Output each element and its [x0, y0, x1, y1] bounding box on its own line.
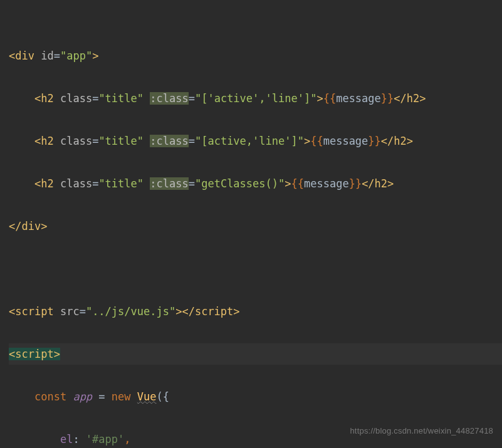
code-editor[interactable]: <div id="app"> <h2 class="title" :class=…	[0, 0, 502, 448]
code-line: <h2 class="title" :class="getClasses()">…	[9, 173, 502, 194]
blank-line	[9, 258, 502, 279]
code-line-current: <script>	[9, 343, 502, 365]
code-line: <h2 class="title" :class="['active','lin…	[9, 88, 502, 109]
code-line: </div>	[9, 216, 502, 237]
watermark-text: https://blog.csdn.net/weixin_44827418	[350, 420, 493, 442]
code-line: <div id="app">	[9, 45, 502, 66]
code-line: <h2 class="title" :class="[active,'line'…	[9, 130, 502, 152]
code-line: const app = new Vue({	[9, 386, 502, 407]
code-line: <script src="../js/vue.js"></script>	[9, 301, 502, 322]
